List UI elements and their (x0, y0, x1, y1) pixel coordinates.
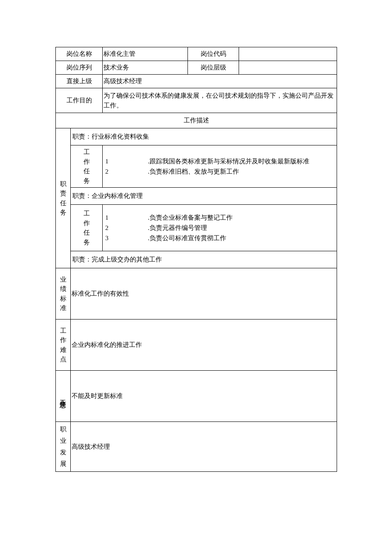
duty2-title: 职责：企业内标准化管理 (71, 188, 337, 205)
position-name-label: 岗位名称 (56, 47, 103, 61)
career-label: 职业发展 (56, 422, 71, 472)
duty3-title: 职责：完成上级交办的其他工作 (71, 251, 337, 268)
duty2-tasks: 1.负责企业标准备案与整记工作 2.负责元器件编号管理 3.负责公司标准宣传贯彻… (103, 205, 337, 251)
taboo-value: 不能及时更新标准 (71, 371, 337, 422)
direct-superior-value: 高级技术经理 (103, 75, 337, 88)
task-text: .负责标准旧档、发放与更新工作 (114, 166, 239, 177)
task-text: .负责元器件编号管理 (114, 223, 207, 233)
task-num: 2 (105, 166, 114, 177)
task-text: .跟踪我国各类标准更新与采标情况并及时收集最新版标准 (114, 156, 309, 166)
taboo-label: 工作禁忌 (56, 371, 71, 422)
position-code-label: 岗位代码 (188, 47, 239, 61)
position-name-value: 标准化主管 (103, 47, 188, 61)
position-series-value: 技术业务 (103, 61, 188, 75)
task-num: 3 (105, 233, 114, 243)
work-purpose-label: 工作目的 (56, 88, 103, 113)
duty1-title: 职责：行业标准化资料收集 (71, 128, 337, 145)
performance-value: 标准化工作的有效性 (71, 268, 337, 320)
difficulty-label: 工作难点 (56, 320, 71, 371)
position-level-value (239, 61, 337, 75)
performance-label: 业绩标准 (56, 268, 71, 320)
task-num: 2 (105, 223, 114, 233)
job-description-table: 岗位名称 标准化主管 岗位代码 岗位序列 技术业务 岗位层级 直接上级 高级技术… (55, 47, 337, 472)
work-purpose-value: 为了确保公司技术体系的健康发展，在公司技术规划的指导下，实施公司产品开发工作。 (103, 88, 337, 113)
duty2-task-label: 工作任务 (71, 205, 103, 251)
work-description-header: 工作描述 (56, 113, 337, 128)
position-level-label: 岗位层级 (188, 61, 239, 75)
career-value: 高级技术经理 (71, 422, 337, 472)
duty-label: 职责任务 (56, 128, 71, 268)
task-text: .负责公司标准宣传贯彻工作 (114, 233, 226, 243)
position-code-value (239, 47, 337, 61)
duty1-tasks: 1.跟踪我国各类标准更新与采标情况并及时收集最新版标准 2.负责标准旧档、发放与… (103, 145, 337, 188)
task-text: .负责企业标准备案与整记工作 (114, 212, 233, 223)
task-num: 1 (105, 212, 114, 223)
position-series-label: 岗位序列 (56, 61, 103, 75)
direct-superior-label: 直接上级 (56, 75, 103, 88)
task-num: 1 (105, 156, 114, 166)
duty1-task-label: 工作任务 (71, 145, 103, 188)
difficulty-value: 企业内标准化的推进工作 (71, 320, 337, 371)
